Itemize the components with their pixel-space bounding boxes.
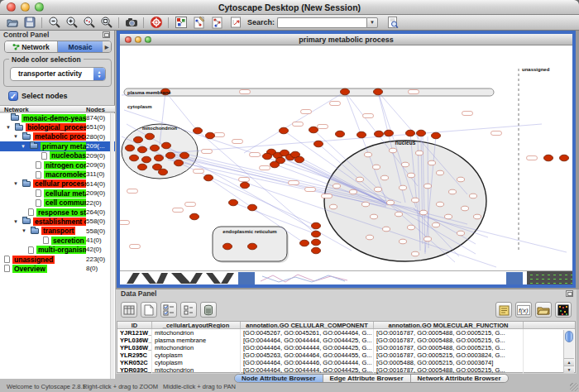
network-node-small[interactable] (412, 198, 419, 203)
tree-item[interactable]: cell communicat22(0) (0, 198, 115, 208)
network-node-small[interactable] (424, 237, 432, 241)
network-node-label[interactable] (260, 166, 270, 170)
network-node-label[interactable] (214, 133, 225, 137)
network-node-small[interactable] (383, 227, 390, 232)
network-node[interactable] (126, 145, 135, 151)
network-node-small[interactable] (449, 189, 457, 194)
network-node[interactable] (385, 130, 394, 136)
table-row[interactable]: YPL036W__1mitochondrion[GO:0044464, GO:0… (117, 344, 575, 351)
tree-item[interactable]: ▼establishment of lo558(0) (0, 217, 115, 226)
unselect-attributes-icon[interactable] (180, 302, 197, 318)
tab-network[interactable]: Network (5, 41, 58, 52)
network-node[interactable] (560, 155, 569, 161)
network-node-small[interactable] (412, 251, 419, 256)
network-node[interactable] (134, 136, 143, 143)
network-node[interactable] (175, 160, 184, 166)
network-view-titlebar[interactable]: primary metabolic process (120, 34, 572, 45)
network-node-small[interactable] (457, 231, 465, 236)
network-node-small[interactable] (375, 187, 382, 192)
network-node[interactable] (166, 152, 175, 159)
network-node[interactable] (138, 146, 147, 153)
network-node-label[interactable] (363, 114, 374, 118)
annotation-icon[interactable] (228, 16, 242, 30)
tree-item[interactable]: ▼transport558(0) (0, 227, 115, 236)
network-edge[interactable] (170, 124, 542, 153)
network-node-label[interactable] (293, 122, 304, 127)
network-node[interactable] (206, 132, 215, 139)
save-icon[interactable] (22, 16, 36, 30)
network-node[interactable] (312, 231, 321, 237)
expand-arrow-icon[interactable]: ▼ (13, 134, 22, 139)
network-node[interactable] (341, 88, 350, 95)
scrollbar-thumb[interactable] (565, 331, 573, 342)
network-node-small[interactable] (470, 194, 477, 198)
advanced-search-icon[interactable] (385, 16, 400, 30)
network-node-small[interactable] (408, 225, 415, 230)
table-scrollbar[interactable]: ▲ ▼ (563, 330, 574, 373)
network-node-small[interactable] (420, 210, 428, 215)
network-node[interactable] (280, 127, 289, 134)
network-node-small[interactable] (390, 148, 397, 153)
search-input[interactable] (277, 17, 366, 28)
network-node-label[interactable] (289, 181, 299, 185)
new-attribute-icon[interactable] (141, 302, 157, 318)
column-header[interactable]: annotation.GO CELLULAR_COMPONENT (241, 322, 374, 328)
network-node[interactable] (155, 155, 164, 161)
zoom-fit-icon[interactable] (99, 16, 113, 30)
network-node[interactable] (312, 222, 321, 229)
network-node-small[interactable] (381, 175, 389, 180)
expand-arrow-icon[interactable]: ▼ (21, 144, 30, 149)
expand-arrow-icon[interactable]: ▼ (13, 181, 22, 186)
network-node-small[interactable] (365, 152, 372, 157)
tree-item[interactable]: ▼biological_process651(0) (0, 122, 115, 131)
notes-icon[interactable] (495, 302, 512, 318)
network-node-label[interactable] (239, 178, 250, 182)
table-row[interactable]: YLR295Ccytoplasm[GO:0045263, GO:0044464,… (117, 351, 575, 359)
network-node-label[interactable] (240, 90, 251, 94)
network-node[interactable] (263, 153, 272, 160)
network-node[interactable] (223, 243, 232, 250)
network-node[interactable] (180, 152, 189, 159)
window-titlebar[interactable]: Cytoscape Desktop (New Session) (0, 0, 579, 15)
network-node-small[interactable] (416, 151, 423, 155)
matrix-view-icon[interactable] (555, 302, 572, 318)
network-node[interactable] (162, 142, 171, 149)
zoom-out-icon[interactable] (47, 16, 61, 30)
tree-item[interactable]: ▼cellular process614(0) (0, 179, 115, 189)
network-node-label[interactable] (322, 194, 333, 198)
network-node[interactable] (357, 131, 366, 138)
network-canvas[interactable]: plasma membranecytoplasmmitochondrionnuc… (120, 45, 572, 270)
network-node-label[interactable] (185, 203, 196, 207)
network-node[interactable] (312, 239, 321, 246)
network-node-label[interactable] (462, 112, 473, 116)
network-node[interactable] (336, 131, 345, 137)
network-node-small[interactable] (395, 212, 403, 217)
select-attributes-icon[interactable] (160, 302, 177, 318)
tab-mosaic[interactable]: Mosaic (58, 41, 103, 52)
table-row[interactable]: YKR052Ccytoplasm[GO:0044464, GO:0044446,… (117, 359, 575, 366)
column-header[interactable]: annotation.GO MOLECULAR_FUNCTION (374, 322, 524, 328)
network-node-label[interactable] (194, 170, 204, 174)
network-node[interactable] (374, 88, 383, 95)
network-node[interactable] (248, 204, 257, 211)
help-icon[interactable] (149, 16, 163, 30)
tree-item[interactable]: nucleobase-209(0) (0, 151, 115, 160)
expand-arrow-icon[interactable]: ▼ (22, 228, 31, 233)
network-node-small[interactable] (400, 239, 407, 244)
snapshot-icon[interactable] (124, 16, 138, 30)
network-node[interactable] (309, 127, 318, 133)
tree-item[interactable]: multi-organism pro42(0) (0, 245, 115, 254)
network-node-small[interactable] (437, 170, 444, 175)
scroll-down-icon[interactable]: ▼ (564, 366, 574, 373)
network-node[interactable] (204, 174, 213, 181)
network-node[interactable] (151, 145, 160, 151)
tree-item[interactable]: unassigned223(0) (0, 255, 115, 264)
network-node[interactable] (295, 156, 304, 163)
network-node-small[interactable] (408, 173, 415, 178)
tree-item[interactable]: nitrogen compo209(0) (0, 160, 115, 170)
network-node-label[interactable] (127, 189, 138, 194)
network-node-label[interactable] (409, 90, 419, 94)
tree-scrollbar[interactable] (110, 113, 114, 379)
tree-item[interactable]: ▼primary metabo209(... (0, 141, 115, 151)
tree-item[interactable]: cellular metabo209(0) (0, 189, 115, 198)
